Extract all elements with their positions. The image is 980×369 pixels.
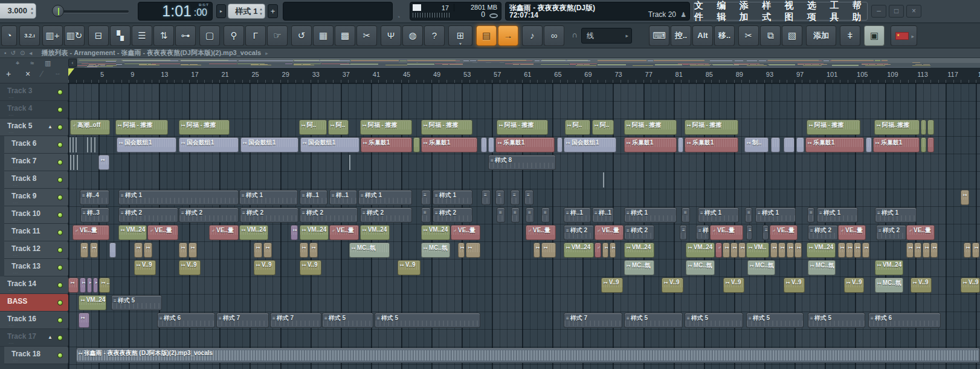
move-button[interactable]: 移.. [714, 25, 735, 46]
clip-乐巢鼓1[interactable]: ↦乐巢鼓1 [495, 137, 555, 152]
track-row-track-8[interactable]: Track 8⋯ [4, 171, 68, 189]
clip-VE..量[interactable]: ♂VE..量 [838, 225, 866, 240]
playlist-title-arrow[interactable]: ▸ [265, 50, 268, 56]
clip-国会鼓组1[interactable]: ↦国会鼓组1 [300, 137, 359, 152]
render-icon[interactable]: ▩ [335, 25, 355, 46]
clip[interactable]: ↦ [972, 243, 979, 258]
clip[interactable] [784, 137, 795, 152]
clip[interactable] [796, 137, 804, 152]
clip[interactable]: ↦ [90, 243, 98, 258]
shop-icon[interactable]: ▣ [864, 25, 885, 46]
new-file-icon[interactable]: ▢ [199, 25, 220, 46]
clip-样..3[interactable]: ≡样..3 [80, 207, 109, 223]
track-row-track-18[interactable]: Track 18⋯ [4, 347, 68, 364]
clip-阿..[interactable]: ↦阿.. [592, 120, 614, 135]
snap-combo[interactable]: 线▸ [581, 28, 632, 44]
track-mute-led[interactable] [57, 212, 63, 218]
blend-recording-icon[interactable]: ▥+ [42, 25, 63, 46]
clip[interactable]: ≡ [495, 190, 505, 205]
language-flag-button[interactable]: ★▸ [891, 25, 917, 46]
clip[interactable] [771, 137, 780, 152]
clip-VM..24[interactable]: ↦VM..24 [360, 225, 390, 240]
countdown-icon[interactable]: 3.2.ı [19, 25, 40, 46]
track-row-bass[interactable]: BASS⋯ [0, 294, 68, 312]
add-track-button[interactable]: + [6, 69, 11, 79]
clip-VE..量[interactable]: ♂VE..量 [451, 225, 480, 240]
clip[interactable] [413, 137, 420, 152]
playlist-titlebar[interactable]: ▪↺⊙◂ 播放列表 - Arrangement - 张鑫雨 - 夜夜夜夜熬(DJ… [0, 48, 980, 58]
cut-icon[interactable]: ✂ [738, 25, 759, 46]
mixer-icon[interactable]: ⇅ [153, 25, 174, 46]
track-mute-led[interactable] [57, 195, 63, 200]
track-row-track-12[interactable]: Track 12⋯ [4, 241, 68, 259]
refresh-icon[interactable]: ↺ [11, 48, 16, 57]
clip-MC..氛[interactable]: ↦MC..氛 [624, 260, 654, 275]
clip-阿福 - 擦擦[interactable]: ↦阿福 - 擦擦 [360, 120, 412, 135]
clip[interactable] [70, 155, 71, 170]
clip-阿福 - 擦擦[interactable]: ↦阿福 - 擦擦 [624, 120, 677, 135]
clip-V..9[interactable]: ↦V..9 [254, 260, 276, 275]
track-row-track-7[interactable]: Track 7⋯ [4, 154, 68, 171]
clip-样式 7[interactable]: ≡样式 7 [270, 313, 321, 328]
clip[interactable]: ↦ [846, 243, 853, 258]
clip[interactable]: ↦ [189, 243, 197, 258]
typing-keyboard-icon[interactable]: ⌨ [649, 25, 669, 46]
clip[interactable]: ↦ [930, 243, 938, 258]
track-row-track-6[interactable]: Track 6⋯ [4, 136, 68, 154]
clip-VE..量[interactable]: ♂VE..量 [710, 225, 743, 240]
clip[interactable]: ≡ [526, 207, 534, 223]
piano-tool-icon[interactable]: ▥ [45, 58, 51, 68]
playlist-view-button[interactable]: ▤ [476, 25, 497, 46]
clip-乐巢鼓1[interactable]: ↦乐巢鼓1 [361, 137, 412, 152]
timeline-ruler[interactable]: 5913172125293337414549535761656973778185… [68, 68, 980, 83]
clip-VE..量[interactable]: ♂VE..量 [329, 225, 359, 240]
clip[interactable] [69, 137, 71, 152]
clip-V..9[interactable]: ↦V..9 [723, 278, 744, 293]
clip-VM..24[interactable]: ↦VM..24 [79, 295, 106, 310]
maximize-button[interactable]: □ [889, 5, 904, 18]
clip[interactable]: ≡ [745, 207, 752, 223]
time-display[interactable]: 1:01 :00 B:S:T [138, 2, 213, 21]
clip[interactable]: ≡ [762, 225, 769, 240]
scroll-left-button[interactable]: ‹ [68, 59, 77, 67]
clip-VM..24[interactable]: ↦VM..24 [807, 243, 836, 258]
clip[interactable]: ↦ [795, 243, 802, 258]
clip-样..1[interactable]: ≡样..1 [300, 190, 327, 205]
overdub-icon[interactable]: ▚ [110, 25, 131, 46]
clip-MC..氛[interactable]: ↦MC..氛 [747, 260, 775, 275]
clip[interactable]: ↦ [80, 278, 86, 293]
track-mute-led[interactable] [57, 230, 63, 235]
clip-VM..24[interactable]: ↦VM..24 [624, 243, 654, 258]
clip-MC..氛[interactable]: ↦MC..氛 [421, 243, 450, 258]
menu-item-4[interactable]: 视图 [785, 0, 799, 23]
clip-高潮..off[interactable]: ♂高潮..off [70, 120, 110, 135]
clip[interactable] [927, 120, 934, 135]
paste-icon[interactable]: ▧ [782, 25, 802, 46]
clip-样式 6[interactable]: ≡样式 6 [868, 313, 941, 328]
clip-V..9[interactable]: ↦V..9 [398, 260, 421, 275]
clip-VM..24[interactable]: ↦VM..24 [118, 225, 147, 240]
track-row-track-9[interactable]: Track 9⋯ [4, 189, 68, 206]
clip[interactable]: ↦ [964, 243, 971, 258]
playhead-marker[interactable] [68, 68, 74, 76]
clip-样式 6[interactable]: ≡样式 6 [157, 313, 215, 328]
pattern-selector[interactable]: 样式 1 ▲▼ [228, 4, 265, 19]
clip[interactable] [866, 137, 872, 152]
clip-样式 5[interactable]: ≡样式 5 [808, 313, 865, 328]
collapse-group-icon[interactable]: ▲ [48, 335, 53, 340]
clip[interactable] [77, 155, 78, 170]
track-mute-led[interactable] [57, 318, 63, 323]
clip-V..9[interactable]: ↦V..9 [911, 278, 932, 293]
slide-icon[interactable]: ♪ [522, 25, 543, 46]
clip[interactable] [481, 137, 487, 152]
ctrl-button[interactable]: 控.. [671, 25, 691, 46]
clip-VE..量[interactable]: ♂VE..量 [526, 225, 556, 240]
clip-阿福 - 擦擦[interactable]: ↦阿福 - 擦擦 [807, 120, 860, 135]
track-mute-led[interactable] [57, 107, 63, 113]
clip[interactable]: ↦ [723, 243, 730, 258]
clip[interactable]: ↦ [254, 243, 262, 258]
clip[interactable] [678, 137, 683, 152]
clip[interactable]: ≡ [682, 207, 690, 223]
clip[interactable]: ↦ [961, 190, 969, 205]
clip[interactable]: ↦ [610, 243, 616, 258]
